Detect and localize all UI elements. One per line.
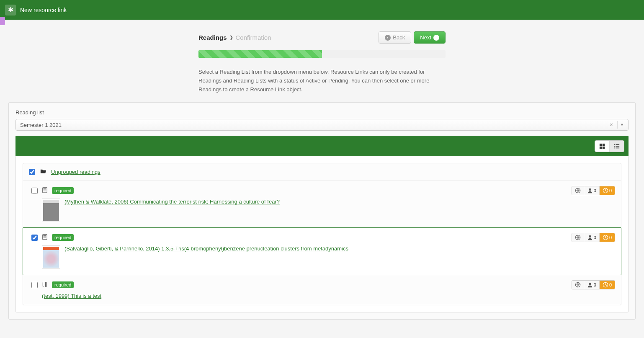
group-header: Ungrouped readings <box>23 163 621 181</box>
user-icon <box>587 235 593 240</box>
clock-count: 0 <box>609 188 612 193</box>
app-header: ✱ New resource link <box>0 0 644 20</box>
divider <box>617 121 618 129</box>
reading-type-icon <box>42 281 48 289</box>
user-badge[interactable]: 0 <box>584 186 600 195</box>
view-list-button[interactable] <box>610 141 624 152</box>
svg-rect-17 <box>43 235 47 240</box>
svg-rect-8 <box>614 147 615 148</box>
reading-checkbox[interactable] <box>31 188 38 194</box>
reading-status-badges: 00 <box>572 233 615 242</box>
progress-bar <box>198 50 446 58</box>
list-toolbar <box>15 136 629 156</box>
required-badge: required <box>52 234 74 241</box>
reading-list-label: Reading list <box>15 109 629 116</box>
svg-rect-5 <box>616 144 619 145</box>
progress-fill <box>198 50 322 58</box>
globe-badge[interactable] <box>572 281 584 289</box>
reading-title-link[interactable]: (test, 1999) This is a test <box>42 293 101 299</box>
globe-icon <box>575 282 581 288</box>
back-button[interactable]: Back <box>379 31 411 44</box>
svg-rect-7 <box>616 146 619 147</box>
reading-list-select[interactable]: Semester 1 2021 × ▼ <box>15 119 629 131</box>
book-icon <box>42 281 48 287</box>
svg-rect-10 <box>43 188 47 193</box>
group-checkbox[interactable] <box>29 169 35 175</box>
reading-row: required00(test, 1999) This is a test <box>23 275 621 305</box>
user-count: 0 <box>594 188 596 193</box>
breadcrumb-step-readings: Readings <box>198 34 227 41</box>
view-grid-button[interactable] <box>595 141 610 152</box>
svg-rect-3 <box>603 147 605 149</box>
page-title: New resource link <box>20 7 67 13</box>
clock-count: 0 <box>609 235 612 240</box>
arrow-left-icon <box>385 35 391 41</box>
folder-open-icon <box>40 168 46 175</box>
reading-checkbox[interactable] <box>31 235 38 241</box>
svg-point-25 <box>589 283 591 285</box>
globe-icon <box>575 188 581 194</box>
reading-title-link[interactable]: (Salvalaglio, Giberti, & Parrinello, 201… <box>64 245 348 252</box>
header-icon: ✱ <box>5 5 16 15</box>
globe-badge[interactable] <box>572 233 584 242</box>
breadcrumb-step-confirmation: Confirmation <box>236 34 271 41</box>
star-icon: ✱ <box>8 6 13 14</box>
clock-badge[interactable]: 0 <box>600 233 615 242</box>
arrow-right-icon <box>433 35 439 41</box>
clock-badge[interactable]: 0 <box>600 186 615 195</box>
side-tab[interactable] <box>0 17 5 25</box>
globe-badge[interactable] <box>572 186 584 195</box>
svg-rect-1 <box>603 144 605 146</box>
clock-badge[interactable]: 0 <box>600 281 615 289</box>
reading-thumbnail <box>42 245 60 269</box>
user-badge[interactable]: 0 <box>584 281 600 289</box>
svg-point-22 <box>589 235 591 237</box>
reading-type-icon <box>42 234 48 241</box>
clock-icon <box>603 235 608 240</box>
reading-checkbox[interactable] <box>31 282 38 288</box>
globe-icon <box>575 235 581 240</box>
view-switch <box>595 140 624 152</box>
required-badge: required <box>52 281 74 288</box>
article-icon <box>42 234 48 240</box>
chevron-right-icon: ❯ <box>229 35 233 40</box>
user-icon <box>587 188 593 194</box>
svg-point-15 <box>589 188 591 191</box>
reading-thumbnail <box>42 199 60 222</box>
user-count: 0 <box>594 235 596 240</box>
readings-list: Ungrouped readings required00(Mythen & W… <box>15 156 629 312</box>
list-icon <box>614 143 620 149</box>
group-title-link[interactable]: Ungrouped readings <box>51 169 100 175</box>
svg-rect-9 <box>616 147 619 148</box>
svg-rect-0 <box>600 144 602 146</box>
breadcrumb: Readings ❯ Confirmation <box>198 34 271 41</box>
back-button-label: Back <box>393 34 405 41</box>
required-badge: required <box>52 187 74 194</box>
reading-list-value: Semester 1 2021 <box>20 122 608 128</box>
reading-type-icon <box>42 187 48 194</box>
svg-rect-6 <box>614 146 615 147</box>
th-large-icon <box>599 143 605 149</box>
next-button-label: Next <box>420 34 431 41</box>
user-icon <box>587 282 593 288</box>
reading-row: required00(Salvalaglio, Giberti, & Parri… <box>23 227 621 275</box>
clock-icon <box>603 282 608 288</box>
article-icon <box>42 187 48 193</box>
next-button[interactable]: Next <box>414 31 446 44</box>
svg-rect-4 <box>614 144 615 145</box>
reading-title-link[interactable]: (Mythen & Walklate, 2006) Communicating … <box>64 199 280 205</box>
clear-icon[interactable]: × <box>608 121 615 128</box>
chevron-down-icon: ▼ <box>620 123 624 127</box>
reading-row: required00(Mythen & Walklate, 2006) Comm… <box>23 181 621 228</box>
reading-status-badges: 00 <box>572 186 615 195</box>
reading-status-badges: 00 <box>572 280 615 289</box>
main-panel: Reading list Semester 1 2021 × ▼ <box>8 102 636 320</box>
svg-rect-2 <box>600 147 602 149</box>
reading-group: Ungrouped readings required00(Mythen & W… <box>23 163 621 305</box>
help-text: Select a Reading List from the dropdown … <box>198 68 446 94</box>
user-count: 0 <box>594 282 596 287</box>
clock-count: 0 <box>609 282 612 287</box>
clock-icon <box>603 188 608 194</box>
user-badge[interactable]: 0 <box>584 233 600 242</box>
